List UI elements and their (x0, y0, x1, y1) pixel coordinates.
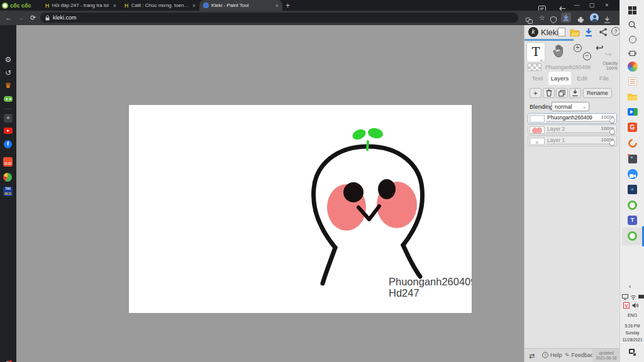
wifi-tray-icon[interactable] (630, 294, 636, 300)
redo-button[interactable]: ↪ (605, 50, 612, 59)
tab-kleki-active[interactable]: Kleki - Paint Tool × (199, 0, 282, 11)
zoom-icon[interactable] (626, 167, 639, 180)
save-download-icon[interactable] (584, 28, 593, 38)
free-fire-icon[interactable] (626, 136, 639, 150)
volume-icon[interactable] (632, 302, 639, 309)
kleki-panel: k Kleki ? T ⌄ + − ↩ ↪ Phuonganh260409 (524, 25, 619, 362)
paint-canvas[interactable]: Phuonganh260409 Hd247 (129, 105, 472, 313)
search-icon[interactable] (626, 18, 639, 31)
language-indicator[interactable]: ENG (620, 313, 644, 317)
games-gamepad-icon[interactable] (4, 96, 13, 102)
tab-close-icon[interactable]: × (275, 3, 279, 9)
youtube-icon[interactable] (4, 128, 13, 134)
back-icon[interactable]: ← (5, 14, 12, 21)
download-manager-icon[interactable] (561, 13, 571, 23)
google-meet-icon[interactable] (626, 105, 639, 118)
battery-tray-icon[interactable] (638, 294, 644, 299)
swap-icon[interactable]: ⇄ (529, 352, 535, 360)
add-shortcut-button[interactable]: + (4, 114, 13, 123)
tool-caret-icon[interactable]: ⌄ (539, 57, 543, 62)
blending-select[interactable]: normal ⌄ (552, 102, 589, 111)
open-file-icon[interactable] (570, 28, 580, 38)
opacity-slider-knob[interactable] (609, 140, 615, 146)
file-explorer-icon[interactable] (626, 90, 639, 103)
settings-gear-icon[interactable]: ⚙ (0, 55, 16, 64)
layer-row-1[interactable]: Layer 1 100% (528, 136, 617, 146)
tab-close-icon[interactable]: × (192, 3, 196, 9)
zoom-in-glyph: + (576, 44, 580, 51)
green-app-icon[interactable] (626, 199, 639, 212)
history-icon[interactable]: ↺ (0, 69, 16, 77)
clock-time[interactable]: 5:26 PM (620, 324, 644, 328)
hand-pan-tool[interactable] (552, 44, 565, 60)
new-tab-button[interactable]: + (286, 1, 290, 10)
downloads-tray-icon[interactable] (604, 14, 611, 26)
notes-app-icon[interactable] (626, 75, 639, 88)
opacity-slider-track[interactable] (546, 143, 614, 145)
close-button[interactable]: × (601, 2, 613, 8)
task-view-icon[interactable] (626, 47, 639, 60)
maximize-button[interactable]: ▢ (586, 2, 597, 8)
kleki-footer: ⇄ ? Help ✎ Feedback updated 2021-06-16 (525, 348, 620, 362)
rename-layer-button[interactable]: Rename (583, 88, 612, 98)
coccoc-brand[interactable]: cốc cốc (2, 1, 31, 9)
shield-icon[interactable] (550, 14, 557, 26)
tray-chevron-icon[interactable]: ‹ (629, 283, 631, 290)
start-button[interactable] (626, 4, 639, 17)
clock-day[interactable]: Sunday (620, 331, 644, 335)
action-center-icon[interactable] (626, 346, 639, 359)
feedback-link[interactable]: ✎ Feedback (565, 352, 596, 358)
facebook-icon[interactable]: f (4, 140, 12, 148)
zoom-out-button[interactable]: − (583, 52, 591, 60)
bookmark-star-icon[interactable]: ☆ (539, 14, 545, 22)
delete-layer-button[interactable] (543, 88, 555, 98)
green-app-active-icon[interactable] (626, 229, 639, 243)
reload-icon[interactable]: ⟳ (30, 14, 36, 22)
minimize-button[interactable]: — (571, 2, 582, 8)
kleki-favicon-icon (203, 3, 209, 8)
undo-button[interactable]: ↩ (596, 42, 604, 53)
help-icon[interactable]: ? (611, 27, 620, 36)
current-layer-thumbnail[interactable] (528, 63, 541, 71)
zoom-in-button[interactable]: + (574, 44, 582, 52)
cortana-icon[interactable] (626, 33, 639, 46)
garena-icon[interactable]: G (626, 121, 639, 134)
layer-row-2[interactable]: Layer 2 100% (528, 124, 617, 135)
unikey-icon[interactable]: V (623, 302, 630, 309)
address-bar[interactable]: kleki.com (40, 13, 518, 23)
add-layer-button[interactable]: + (530, 88, 541, 98)
tab-edit[interactable]: Edit (571, 72, 593, 85)
unikey-letter: V (625, 303, 628, 309)
duplicate-layer-button[interactable] (556, 88, 568, 98)
tab-text[interactable]: Text (526, 72, 548, 85)
tab-layers[interactable]: Layers (548, 72, 571, 85)
dark-app-icon[interactable] (626, 152, 639, 165)
teams-icon[interactable]: T (626, 214, 639, 227)
share-icon[interactable] (599, 28, 608, 38)
merge-layer-button[interactable] (569, 88, 581, 98)
coccoc-browser-icon[interactable] (626, 60, 639, 73)
opacity-slider-knob[interactable] (609, 118, 615, 123)
promo-icon[interactable] (3, 173, 12, 182)
tiki-sale-icon[interactable]: TIKI28.11 (3, 187, 13, 196)
clock-date[interactable]: 11/28/2021 (620, 337, 644, 342)
tab-hoidap247[interactable]: H Hỏi đáp 247 - trang tra loi × (42, 0, 120, 11)
layer-row-3[interactable]: Phuonganh260409 100% (528, 113, 617, 124)
tab-close-icon[interactable]: × (113, 3, 116, 9)
profile-avatar[interactable] (590, 13, 599, 22)
new-image-icon[interactable] (558, 28, 565, 36)
text-tool-button[interactable]: T ⌄ (527, 43, 545, 62)
kleki-logo-icon: k (528, 27, 538, 37)
help-link[interactable]: ? Help (542, 352, 562, 358)
tab-file[interactable]: File (593, 72, 615, 85)
tab-calli[interactable]: H Calli : Chúc mừng. toen sáng × (121, 0, 199, 11)
shopee-sale-icon[interactable]: 12.12 (3, 157, 13, 167)
photoshop-icon[interactable]: ✈ (626, 183, 639, 196)
display-tray-icon[interactable] (622, 294, 628, 300)
crown-vip-icon[interactable]: ♛ (0, 81, 16, 90)
opacity-slider-track[interactable] (546, 132, 614, 134)
opacity-slider-track[interactable] (546, 121, 614, 123)
extensions-puzzle-icon[interactable] (577, 14, 584, 26)
opacity-slider-knob[interactable] (609, 129, 615, 134)
forward-icon[interactable]: → (18, 14, 25, 21)
